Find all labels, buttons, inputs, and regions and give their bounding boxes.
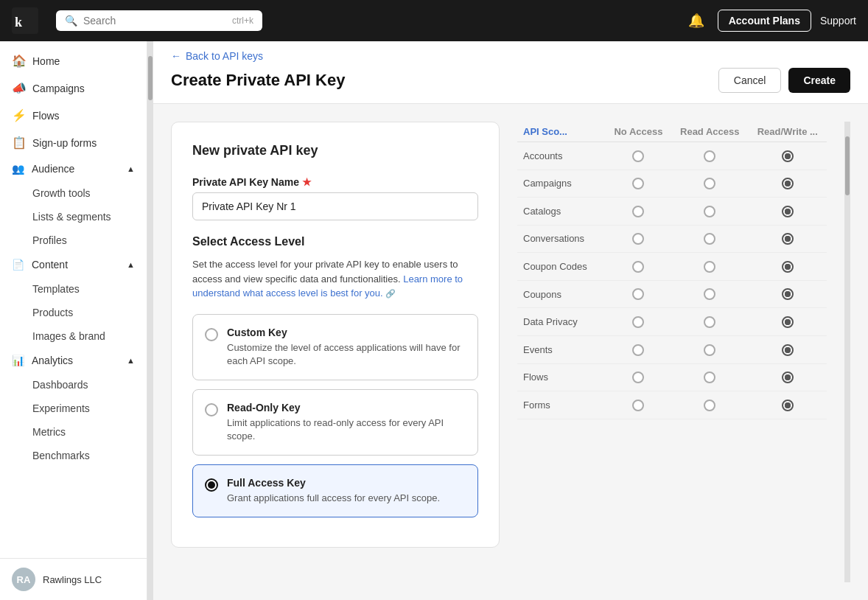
scope-radio-noaccess[interactable] [606,198,671,226]
sidebar: 🏠 Home 📣 Campaigns ⚡ Flows 📋 Sign-up for… [0,41,147,600]
access-level-desc: Set the access level for your private AP… [192,257,478,301]
scope-radio-read[interactable] [671,198,749,226]
scope-radio-noaccess[interactable] [606,225,671,253]
scope-radio-noaccess[interactable] [606,280,671,308]
scope-radio-readwrite[interactable] [749,225,827,253]
sidebar-subitem-label: Dashboards [32,379,88,391]
scope-radio-readwrite[interactable] [749,198,827,226]
sidebar-item-benchmarks[interactable]: Benchmarks [0,444,147,467]
scope-radio-noaccess[interactable] [606,308,671,336]
scope-radio-read[interactable] [671,280,749,308]
scope-radio-noaccess[interactable] [606,391,671,419]
sidebar-item-label: Flows [32,110,60,122]
sidebar-item-products[interactable]: Products [0,301,147,324]
sidebar-footer: RA Rawlings LLC [0,558,147,600]
scope-radio-readwrite[interactable] [749,363,827,391]
sidebar-item-dashboards[interactable]: Dashboards [0,373,147,397]
sidebar-item-experiments[interactable]: Experiments [0,397,147,420]
table-row: Catalogs [517,198,827,226]
bell-icon: 🔔 [688,13,704,28]
access-option-title: Full Access Key [227,477,440,489]
radio-custom[interactable] [205,328,218,341]
table-row: Coupon Codes [517,253,827,281]
scope-radio-noaccess[interactable] [606,363,671,391]
scope-radio-noaccess[interactable] [606,142,671,170]
radio-readonly[interactable] [205,403,218,416]
scope-name: Campaigns [517,170,606,198]
sidebar-section-label: Analytics [32,355,73,366]
scope-radio-readwrite[interactable] [749,170,827,198]
main-scroll-thumb [845,136,850,195]
topnav-right: 🔔 Account Plans Support [684,8,856,33]
analytics-subitems: Dashboards Experiments Metrics Benchmark… [0,373,147,467]
scope-radio-readwrite[interactable] [749,308,827,336]
sidebar-scrollbar[interactable] [147,41,153,600]
access-option-custom[interactable]: Custom Key Customize the level of access… [192,314,478,380]
sidebar-subitem-label: Templates [32,283,80,295]
cancel-button[interactable]: Cancel [718,68,782,93]
audience-icon: 👥 [12,163,24,175]
scope-radio-noaccess[interactable] [606,335,671,363]
sidebar-item-images-brand[interactable]: Images & brand [0,324,147,348]
sidebar-item-lists-segments[interactable]: Lists & segments [0,205,147,229]
svg-text:k: k [15,15,22,29]
scope-radio-read[interactable] [671,253,749,281]
chevron-up-icon: ▲ [127,164,135,173]
form-card: New private API key Private API Key Name… [171,122,500,548]
scope-name: Events [517,335,606,363]
sidebar-item-profiles[interactable]: Profiles [0,229,147,252]
scope-radio-read[interactable] [671,335,749,363]
radio-fullaccess[interactable] [205,478,218,492]
api-key-name-input[interactable] [192,192,478,220]
analytics-icon: 📊 [12,355,24,366]
sidebar-section-analytics[interactable]: 📊 Analytics ▲ [0,348,147,373]
sidebar-item-signup-forms[interactable]: 📋 Sign-up forms [0,129,147,156]
sidebar-item-templates[interactable]: Templates [0,277,147,301]
scope-radio-readwrite[interactable] [749,253,827,281]
support-button[interactable]: Support [820,15,856,27]
sidebar-item-home[interactable]: 🏠 Home [0,47,147,74]
access-option-desc: Limit applications to read-only access f… [227,416,466,443]
sidebar-item-campaigns[interactable]: 📣 Campaigns [0,74,147,102]
notifications-button[interactable]: 🔔 [684,8,709,33]
table-row: Coupons [517,280,827,308]
create-button[interactable]: Create [788,68,850,93]
scope-radio-read[interactable] [671,170,749,198]
search-input[interactable] [83,15,216,27]
search-bar[interactable]: 🔍 ctrl+k [56,10,262,31]
form-card-title: New private API key [192,143,478,158]
sidebar-item-metrics[interactable]: Metrics [0,420,147,444]
sidebar-item-flows[interactable]: ⚡ Flows [0,102,147,129]
sidebar-section-audience[interactable]: 👥 Audience ▲ [0,156,147,181]
avatar: RA [12,568,35,591]
external-link-icon: 🔗 [385,289,396,298]
access-option-readonly[interactable]: Read-Only Key Limit applications to read… [192,389,478,456]
right-panel: API Sco... No Access Read Access Read/Wr… [517,122,827,582]
page-title: Create Private API Key [171,71,345,90]
scope-radio-readwrite[interactable] [749,280,827,308]
access-option-fullaccess[interactable]: Full Access Key Grant applications full … [192,464,478,517]
sidebar-section-content[interactable]: 📄 Content ▲ [0,252,147,277]
scope-radio-readwrite[interactable] [749,391,827,419]
required-star: ★ [302,176,312,188]
main-scrollbar[interactable] [844,122,850,582]
api-key-name-label: Private API Key Name ★ [192,176,478,188]
scope-radio-noaccess[interactable] [606,253,671,281]
scope-name: Catalogs [517,198,606,226]
scope-radio-noaccess[interactable] [606,170,671,198]
scope-radio-read[interactable] [671,225,749,253]
sidebar-item-growth-tools[interactable]: Growth tools [0,181,147,205]
scope-radio-readwrite[interactable] [749,142,827,170]
sidebar-subitem-label: Experiments [32,402,90,414]
page-header-row: Create Private API Key Cancel Create [171,68,850,103]
api-key-name-field: Private API Key Name ★ [192,176,478,220]
account-plans-button[interactable]: Account Plans [718,10,811,32]
back-link[interactable]: ← Back to API keys [171,50,850,62]
main-content: New private API key Private API Key Name… [153,104,868,600]
scope-radio-read[interactable] [671,391,749,419]
scope-radio-readwrite[interactable] [749,335,827,363]
scope-radio-read[interactable] [671,142,749,170]
access-option-title: Custom Key [227,327,466,338]
scope-radio-read[interactable] [671,308,749,336]
scope-radio-read[interactable] [671,363,749,391]
